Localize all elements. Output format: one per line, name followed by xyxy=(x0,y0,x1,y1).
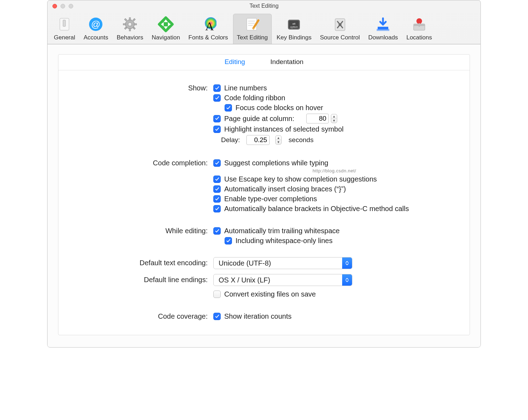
checkbox-escape[interactable] xyxy=(213,176,221,183)
checkbox-suggest[interactable] xyxy=(213,159,221,167)
tabbar: Editing Indentation xyxy=(58,55,470,70)
checkbox-show-iter[interactable] xyxy=(213,313,221,320)
toolbar-item-key-bindings[interactable]: altoption Key Bindings xyxy=(273,14,315,44)
svg-rect-34 xyxy=(419,23,420,27)
watermark-text: http://blog.csdn.net/ xyxy=(213,168,455,173)
toolbar-label: General xyxy=(54,34,75,41)
chevron-down-icon[interactable]: ▼ xyxy=(331,119,337,123)
updown-icon xyxy=(342,257,352,269)
label-trim: Automatically trim trailing whitespace xyxy=(224,227,340,235)
toolbar-label: Fonts & Colors xyxy=(188,34,228,41)
tab-indentation[interactable]: Indentation xyxy=(270,58,303,66)
updown-icon xyxy=(342,274,352,286)
checkbox-including-ws[interactable] xyxy=(225,237,232,244)
page-guide-stepper[interactable]: ▲ ▼ xyxy=(331,114,337,123)
toolbar-item-fonts-colors[interactable]: A Fonts & Colors xyxy=(185,14,231,44)
toolbar-label: Behaviors xyxy=(117,34,143,41)
svg-rect-9 xyxy=(134,24,137,25)
close-button[interactable] xyxy=(52,4,57,8)
checkbox-balance[interactable] xyxy=(213,205,221,212)
chevron-down-icon[interactable]: ▼ xyxy=(276,140,281,144)
toolbar-item-source-control[interactable]: Source Control xyxy=(316,14,363,44)
label-show: Show: xyxy=(73,82,213,92)
delay-input[interactable] xyxy=(248,136,268,144)
label-highlight-selected: Highlight instances of selected symbol xyxy=(224,125,344,133)
checkbox-page-guide[interactable] xyxy=(213,115,221,122)
source-control-icon xyxy=(332,16,348,32)
chevron-up-icon[interactable]: ▲ xyxy=(331,114,337,119)
section-completion: Code completion: Suggest completions whi… xyxy=(73,157,455,215)
general-icon xyxy=(56,16,73,32)
window-title: Text Editing xyxy=(250,3,279,9)
page-guide-field[interactable] xyxy=(306,114,329,123)
label-line-numbers: Line numbers xyxy=(224,84,267,92)
toolbar-label: Locations xyxy=(406,34,432,41)
label-lineend: Default line endings: xyxy=(73,274,213,284)
svg-point-28 xyxy=(339,23,341,26)
svg-rect-7 xyxy=(129,28,131,31)
label-convert: Convert existing files on save xyxy=(224,290,316,298)
svg-rect-11 xyxy=(133,27,136,29)
toolbar-item-text-editing[interactable]: Text Editing xyxy=(233,14,272,44)
svg-text:@: @ xyxy=(91,19,100,30)
checkbox-code-folding[interactable] xyxy=(213,94,221,102)
at-icon: @ xyxy=(88,16,104,32)
checkbox-convert[interactable] xyxy=(213,291,221,298)
lineend-value: OS X / Unix (LF) xyxy=(214,276,342,284)
content-wrap: Editing Indentation Show: Line numbers xyxy=(48,44,480,347)
delay-stepper[interactable]: ▲ ▼ xyxy=(275,135,282,145)
toolbar-item-locations[interactable]: Locations xyxy=(403,14,435,44)
svg-rect-6 xyxy=(129,18,131,20)
form-body: Show: Line numbers Code folding ribbon xyxy=(58,70,470,335)
toolbar-label: Navigation xyxy=(152,34,180,41)
page-guide-input[interactable] xyxy=(308,114,327,123)
checkbox-trim[interactable] xyxy=(213,227,221,235)
chevron-up-icon[interactable]: ▲ xyxy=(276,136,281,140)
locations-icon xyxy=(411,16,427,32)
delay-field[interactable] xyxy=(246,135,270,145)
svg-point-5 xyxy=(128,23,132,26)
toolbar-item-behaviors[interactable]: Behaviors xyxy=(113,14,147,44)
label-typeover: Enable type-over completions xyxy=(224,195,317,203)
label-coverage: Code coverage: xyxy=(73,311,213,320)
gear-icon xyxy=(122,16,138,32)
svg-text:A: A xyxy=(205,20,214,32)
label-balance: Automatically balance brackets in Object… xyxy=(224,205,409,213)
label-suggest: Suggest completions while typing xyxy=(224,159,328,167)
toolbar-item-downloads[interactable]: Downloads xyxy=(365,14,401,44)
toolbar-item-navigation[interactable]: Navigation xyxy=(148,14,183,44)
encoding-select[interactable]: Unicode (UTF-8) xyxy=(213,257,352,269)
zoom-button[interactable] xyxy=(69,4,73,8)
tab-editing[interactable]: Editing xyxy=(225,58,245,66)
traffic-lights xyxy=(52,4,73,8)
section-while-editing: While editing: Automatically trim traili… xyxy=(73,225,455,247)
checkbox-highlight-selected[interactable] xyxy=(213,126,221,133)
checkbox-braces[interactable] xyxy=(213,185,221,193)
svg-rect-13 xyxy=(125,27,127,29)
section-lineend: Default line endings: OS X / Unix (LF) xyxy=(73,274,455,300)
checkbox-focus-hover[interactable] xyxy=(225,104,232,112)
label-page-guide: Page guide at column: xyxy=(224,115,294,123)
svg-rect-10 xyxy=(125,18,127,21)
minimize-button[interactable] xyxy=(61,4,65,8)
label-encoding: Default text encoding: xyxy=(73,257,213,267)
label-code-folding: Code folding ribbon xyxy=(224,94,285,102)
toolbar-item-accounts[interactable]: @ Accounts xyxy=(80,14,112,44)
label-braces: Automatically insert closing braces (“}”… xyxy=(224,185,346,193)
label-delay: Delay: xyxy=(221,136,240,144)
downloads-icon xyxy=(375,16,391,32)
toolbar-item-general[interactable]: General xyxy=(50,14,78,44)
svg-point-33 xyxy=(416,18,422,24)
key-bindings-icon: altoption xyxy=(286,16,302,32)
encoding-value: Unicode (UTF-8) xyxy=(214,259,342,267)
toolbar-label: Text Editing xyxy=(237,34,268,41)
toolbar-label: Accounts xyxy=(83,34,108,41)
toolbar-label: Key Bindings xyxy=(277,34,312,41)
svg-text:alt: alt xyxy=(293,22,296,25)
section-show: Show: Line numbers Code folding ribbon xyxy=(73,82,455,147)
checkbox-typeover[interactable] xyxy=(213,195,221,203)
label-completion: Code completion: xyxy=(73,157,213,167)
checkbox-line-numbers[interactable] xyxy=(213,84,221,92)
lineend-select[interactable]: OS X / Unix (LF) xyxy=(213,274,352,286)
svg-rect-1 xyxy=(63,20,65,26)
